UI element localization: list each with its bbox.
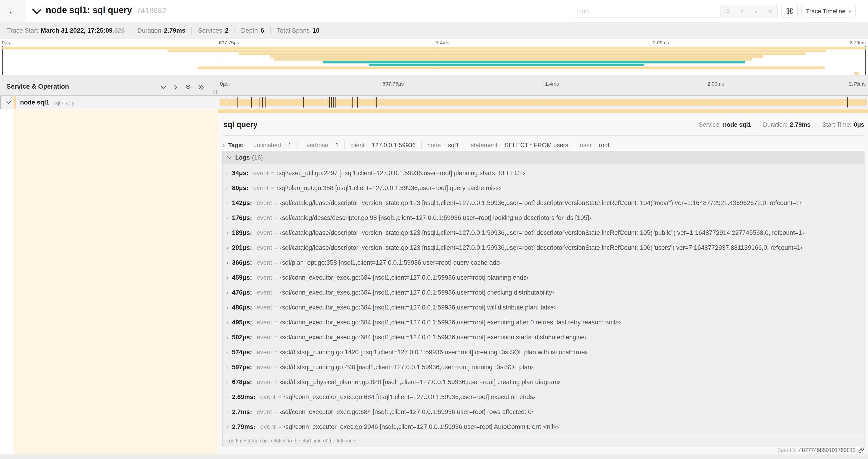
log-row[interactable]: › 574μs: event = ‹sql/distsql_running.go… bbox=[223, 345, 864, 360]
log-row[interactable]: › 502μs: event = ‹sql/conn_executor_exec… bbox=[223, 330, 864, 345]
log-row[interactable]: › 2.7ms: event = ‹sql/conn_executor_exec… bbox=[223, 404, 864, 419]
log-tick-mark bbox=[845, 97, 845, 107]
tag-item[interactable]: _verbose=1 bbox=[297, 141, 339, 149]
log-timestamp: 201μs: bbox=[232, 244, 252, 252]
chevron-down-icon[interactable] bbox=[6, 101, 11, 104]
trace-summary-bar: Trace StartMarch 31 2022, 17:25:09.326 D… bbox=[0, 22, 868, 39]
log-tick-mark bbox=[262, 97, 263, 107]
log-row[interactable]: › 142μs: event = ‹sql/catalog/lease/desc… bbox=[223, 195, 864, 210]
logs-count: (18) bbox=[252, 154, 263, 161]
column-resize-handle[interactable] bbox=[214, 90, 217, 94]
tags-row[interactable]: › Tags: _unfinished=1 _verbose=1 client=… bbox=[223, 139, 864, 151]
span-color-accent-bar bbox=[218, 109, 868, 113]
span-row-bar-cell[interactable] bbox=[218, 96, 868, 109]
tag-item[interactable]: node=sql1 bbox=[421, 141, 459, 149]
equals-sign: = bbox=[271, 185, 274, 191]
trace-view-selector[interactable]: Trace Timeline ∨ bbox=[801, 5, 856, 18]
expand-all-icon[interactable] bbox=[198, 84, 205, 90]
log-tick-mark bbox=[265, 97, 266, 107]
locate-icon[interactable]: ◎ bbox=[725, 8, 731, 15]
log-row[interactable]: › 495μs: event = ‹sql/conn_executor_exec… bbox=[223, 315, 864, 330]
chevron-right-icon: › bbox=[226, 304, 228, 311]
equals-sign: = bbox=[274, 289, 277, 296]
log-timestamp: 2.69ms: bbox=[232, 393, 255, 401]
collapse-one-icon[interactable] bbox=[160, 84, 166, 90]
log-row[interactable]: › 176μs: event = ‹sql/catalog/descs/desc… bbox=[223, 210, 864, 225]
chevron-right-icon: › bbox=[226, 274, 228, 281]
log-row[interactable]: › 80μs: event = ‹sql/plan_opt.go:358 [ns… bbox=[223, 181, 864, 195]
tag-item[interactable]: _unfinished=1 bbox=[250, 141, 291, 149]
log-timestamp: 34μs: bbox=[232, 170, 248, 177]
log-row[interactable]: › 597μs: event = ‹sql/distsql_running.go… bbox=[223, 360, 864, 374]
log-field-value: ‹sql/conn_executor_exec.go:2046 [nsql1,c… bbox=[283, 423, 559, 431]
log-field-value: ‹sql/plan_opt.go:358 [nsql1,client=127.0… bbox=[280, 259, 502, 266]
log-row[interactable]: › 201μs: event = ‹sql/catalog/lease/desc… bbox=[223, 240, 864, 255]
log-field-key: event bbox=[257, 364, 272, 371]
tag-item[interactable]: statement=SELECT * FROM users bbox=[465, 141, 568, 149]
chevron-right-icon: › bbox=[226, 349, 228, 356]
log-row[interactable]: › 189μs: event = ‹sql/catalog/lease/desc… bbox=[223, 225, 864, 240]
minimap-span-bar bbox=[854, 72, 859, 75]
span-meta-value: 2.79ms bbox=[790, 121, 810, 128]
minimap-canvas[interactable] bbox=[0, 46, 868, 75]
minimap-span-bar bbox=[167, 50, 826, 52]
service-operation-label: Service & Operation bbox=[6, 83, 69, 90]
log-row[interactable]: › 486μs: event = ‹sql/conn_executor_exec… bbox=[223, 300, 864, 315]
log-row[interactable]: › 678μs: event = ‹sql/distsql_physical_p… bbox=[223, 374, 864, 390]
summary-value: 2.79ms bbox=[164, 27, 186, 34]
clear-search-icon[interactable]: ✕ bbox=[768, 8, 773, 15]
service-operation-header: Service & Operation bbox=[0, 78, 218, 95]
log-tick-mark bbox=[303, 97, 304, 107]
chevron-right-icon: › bbox=[226, 394, 228, 400]
prev-match-icon[interactable]: ∧ bbox=[740, 8, 744, 15]
tag-item[interactable]: user=root bbox=[574, 141, 609, 149]
log-row[interactable]: › 366μs: event = ‹sql/plan_opt.go:358 [n… bbox=[223, 255, 864, 270]
equals-sign: = bbox=[330, 142, 333, 148]
summary-value: 10 bbox=[312, 27, 319, 34]
equals-sign: = bbox=[274, 409, 277, 415]
equals-sign: = bbox=[443, 142, 446, 148]
link-icon[interactable] bbox=[858, 447, 865, 453]
trace-timeline-minimap[interactable]: 0μs697.75μs1.4ms2.09ms2.79ms bbox=[0, 39, 868, 75]
expand-one-icon[interactable] bbox=[174, 84, 178, 90]
log-field-key: event bbox=[257, 379, 272, 386]
time-tick-label: 2.79ms bbox=[849, 40, 866, 45]
span-meta-label: Start Time: bbox=[822, 121, 851, 128]
minimap-right-scrubber[interactable] bbox=[865, 46, 866, 75]
minimap-span-bar bbox=[198, 66, 825, 69]
summary-item: Total Spans10 bbox=[270, 27, 319, 34]
time-tick-label: 2.09ms bbox=[708, 81, 724, 87]
log-timestamp: 476μs: bbox=[232, 289, 252, 296]
chevron-right-icon: › bbox=[226, 244, 228, 251]
back-button[interactable]: ← bbox=[0, 0, 26, 22]
span-row-name-cell[interactable]: node sql1 sql query bbox=[0, 96, 218, 109]
minimap-left-scrubber[interactable] bbox=[2, 46, 3, 75]
tag-item[interactable]: client=127.0.0.1:59936 bbox=[344, 141, 416, 149]
span-row[interactable]: node sql1 sql query bbox=[0, 96, 868, 109]
log-row[interactable]: › 459μs: event = ‹sql/conn_executor_exec… bbox=[223, 270, 864, 285]
log-tick-mark bbox=[357, 97, 358, 107]
minimap-span-bar bbox=[274, 58, 752, 61]
span-meta-item: Service:node sql1 bbox=[699, 121, 751, 128]
next-match-icon[interactable]: ∨ bbox=[754, 8, 758, 15]
log-field-value: ‹sql/conn_executor_exec.go:684 [nsql1,cl… bbox=[280, 274, 528, 281]
log-tick-mark bbox=[251, 97, 252, 107]
minimap-span-bar bbox=[369, 64, 644, 66]
span-id-value: 4877749850101760812 bbox=[799, 447, 856, 453]
span-color-strip bbox=[13, 96, 16, 109]
logs-list: › 34μs: event = ‹sql/exec_util.go:2297 [… bbox=[223, 164, 864, 435]
span-operation-title: sql query bbox=[223, 120, 257, 129]
chevron-down-icon[interactable] bbox=[32, 8, 41, 14]
find-suffix-controls: ◎ ∧ ∨ ✕ bbox=[720, 5, 777, 17]
log-timestamp: 176μs: bbox=[232, 214, 252, 222]
log-row[interactable]: › 476μs: event = ‹sql/conn_executor_exec… bbox=[223, 285, 864, 300]
collapse-controls bbox=[160, 84, 205, 90]
log-row[interactable]: › 2.79ms: event = ‹sql/conn_executor_exe… bbox=[223, 419, 864, 434]
find-input[interactable] bbox=[571, 5, 720, 17]
collapse-all-icon[interactable] bbox=[185, 84, 191, 90]
time-tick-label: 1.4ms bbox=[436, 40, 449, 45]
keyboard-shortcuts-button[interactable]: ⌘ bbox=[781, 5, 798, 18]
log-row[interactable]: › 2.69ms: event = ‹sql/conn_executor_exe… bbox=[223, 390, 864, 404]
log-row[interactable]: › 34μs: event = ‹sql/exec_util.go:2297 [… bbox=[223, 166, 864, 181]
logs-header[interactable]: Logs (18) bbox=[223, 151, 864, 164]
